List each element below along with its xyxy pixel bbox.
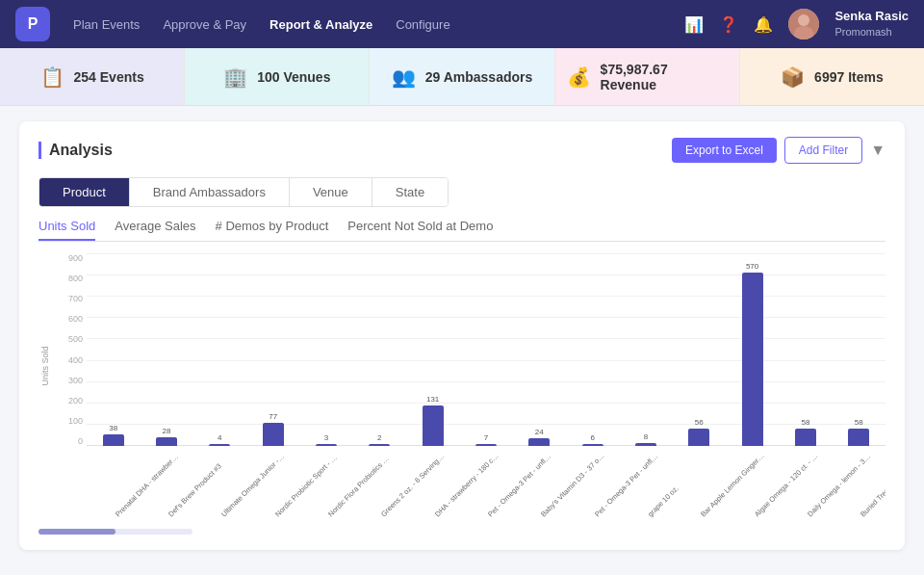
y-label-100: 100 — [38, 416, 83, 426]
bar-group: 38Prenatal DHA - strawberry - 90 ct. - M… — [87, 253, 140, 446]
bar-rect[interactable] — [582, 444, 603, 446]
ambassadors-icon: 👥 — [392, 65, 416, 89]
bar-value: 3 — [324, 433, 328, 442]
bar-label: Def's Brew Product #3 — [167, 461, 223, 518]
scrollbar-area — [38, 529, 886, 535]
y-label-900: 900 — [38, 253, 83, 263]
nav-right: 📊 ❓ 🔔 Senka Rasic Promomash — [684, 9, 909, 39]
stat-ambassadors[interactable]: 👥 29 Ambassadors — [370, 48, 554, 105]
bar-value: 38 — [109, 424, 117, 432]
bar-rect[interactable] — [475, 444, 497, 446]
bar-value: 6 — [590, 433, 594, 442]
chart-icon[interactable]: 📊 — [684, 15, 704, 34]
bar-value: 570 — [746, 262, 758, 271]
bar-value: 8 — [644, 432, 648, 441]
bar-value: 58 — [801, 418, 809, 427]
bar-value: 24 — [535, 428, 544, 436]
revenue-icon: 💰 — [567, 65, 591, 89]
bar-value: 4 — [218, 433, 221, 442]
stat-events-label: 254 Events — [74, 69, 144, 85]
y-label-600: 600 — [38, 314, 83, 324]
bar-group: 131DHA - strawberry - 180 ct. - MSRP $49… — [406, 253, 459, 446]
bar-group: 28Def's Brew Product #3 — [140, 253, 192, 446]
nav-approve-pay[interactable]: Approve & Pay — [163, 17, 246, 32]
bar-rect[interactable] — [688, 429, 709, 446]
analysis-header: Analysis Export to Excel Add Filter ▼ — [38, 137, 886, 164]
stat-items[interactable]: 📦 6997 Items — [740, 48, 924, 105]
scrollbar-thumb[interactable] — [38, 529, 116, 535]
subtab-units-sold[interactable]: Units Sold — [38, 219, 95, 241]
svg-point-1 — [798, 14, 809, 26]
sub-tabs: Units Sold Average Sales # Demos by Prod… — [38, 219, 886, 242]
y-label-200: 200 — [38, 396, 83, 405]
bar-value: 56 — [695, 418, 704, 427]
bar-value: 131 — [426, 395, 439, 404]
analysis-title: Analysis — [38, 142, 113, 159]
stat-venues-label: 100 Venues — [257, 69, 330, 85]
y-label-700: 700 — [38, 294, 83, 303]
filter-icon[interactable]: ▼ — [870, 142, 886, 159]
bar-rect[interactable] — [848, 429, 869, 446]
y-axis: Units Sold 900 800 700 600 500 400 300 2… — [38, 253, 87, 523]
y-label-800: 800 — [38, 274, 83, 283]
stat-ambassadors-label: 29 Ambassadors — [425, 69, 533, 85]
bar-value: 77 — [269, 412, 277, 421]
user-org: Promomash — [834, 25, 909, 39]
items-icon: 📦 — [781, 65, 805, 89]
bell-icon[interactable]: 🔔 — [754, 15, 773, 34]
nav-report-analyze[interactable]: Report & Analyze — [270, 17, 372, 32]
y-label-500: 500 — [38, 334, 83, 344]
help-icon[interactable]: ❓ — [719, 15, 738, 34]
bar-rect[interactable] — [369, 444, 390, 446]
y-axis-title: Units Sold — [40, 346, 50, 385]
bar-label: Buried Treasure - ? — [859, 469, 886, 519]
avatar — [788, 9, 819, 39]
main-content: Analysis Export to Excel Add Filter ▼ Pr… — [0, 106, 924, 575]
bar-group: 3Nordic Flora Probiotics Pixies - Rad Be… — [299, 253, 352, 446]
bar-group: 56Bar Apple Lemon Ginger - MSRP $19.95 — [673, 253, 726, 446]
bar-group: 570Algae Omega - 120 ct. - unflavored - … — [726, 253, 779, 446]
stat-events[interactable]: 📋 254 Events — [0, 48, 185, 105]
bar-group: 2Greens 2 oz. - 6 Servings - MSRP $27.95 — [353, 253, 406, 446]
bar-rect[interactable] — [156, 437, 177, 446]
tab-product[interactable]: Product — [39, 178, 130, 206]
bar-value: 2 — [377, 433, 381, 442]
scrollbar[interactable] — [38, 529, 192, 535]
subtab-average-sales[interactable]: Average Sales — [115, 219, 195, 241]
header-actions: Export to Excel Add Filter ▼ — [672, 137, 886, 164]
nav-configure[interactable]: Configure — [396, 17, 449, 32]
bar-rect[interactable] — [209, 444, 230, 446]
navbar: P Plan Events Approve & Pay Report & Ana… — [0, 0, 924, 48]
subtab-percent-not-sold[interactable]: Percent Not Sold at Demo — [347, 219, 493, 241]
tab-state[interactable]: State — [372, 178, 448, 206]
y-label-0: 0 — [38, 436, 83, 446]
bar-rect[interactable] — [795, 429, 816, 446]
bar-rect[interactable] — [316, 444, 337, 446]
user-info: Senka Rasic Promomash — [834, 9, 909, 39]
bar-group: 6Pet - Omega-3 Pet - unflavored - MSRP $… — [566, 253, 619, 446]
bar-group: 77Nordic Probiotic Sport - unflavored - … — [246, 253, 299, 446]
bar-rect[interactable] — [635, 443, 656, 446]
bars-container: 38Prenatal DHA - strawberry - 90 ct. - M… — [87, 253, 886, 446]
bar-group: 24Baby's Vitamin D3 - 37 oz. - unflavore… — [513, 253, 566, 446]
add-filter-button[interactable]: Add Filter — [784, 137, 862, 164]
stat-revenue-label: $75,987.67 Revenue — [601, 62, 728, 92]
tab-venue[interactable]: Venue — [290, 178, 372, 206]
stat-venues[interactable]: 🏢 100 Venues — [185, 48, 370, 105]
stats-bar: 📋 254 Events 🏢 100 Venues 👥 29 Ambassado… — [0, 48, 924, 106]
bar-group: 8grape 10 oz. — [619, 253, 672, 446]
bar-group: 58Buried Treasure - ? — [833, 253, 886, 446]
bar-rect[interactable] — [103, 434, 124, 446]
subtab-demos-by-product[interactable]: # Demos by Product — [216, 219, 329, 241]
bar-group: 58Daily Omega - lemon - 30 ct. - MSRP $1… — [779, 253, 832, 446]
nav-plan-events[interactable]: Plan Events — [73, 17, 140, 32]
bar-rect[interactable] — [263, 423, 284, 447]
tab-brand-ambassadors[interactable]: Brand Ambassadors — [130, 178, 290, 206]
bar-rect[interactable] — [528, 438, 550, 446]
bar-rect[interactable] — [423, 405, 444, 446]
export-button[interactable]: Export to Excel — [672, 138, 777, 163]
chart-container: Units Sold 900 800 700 600 500 400 300 2… — [38, 253, 886, 523]
stat-revenue[interactable]: 💰 $75,987.67 Revenue — [555, 48, 740, 105]
bar-rect[interactable] — [742, 273, 763, 446]
events-icon: 📋 — [40, 65, 64, 89]
